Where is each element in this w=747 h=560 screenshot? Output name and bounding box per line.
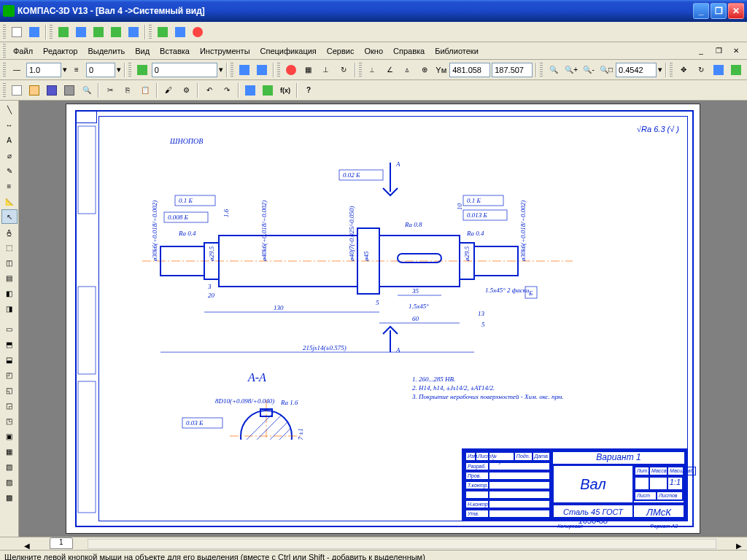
magnet-button[interactable]	[283, 62, 299, 78]
menu-select[interactable]: Выделить	[83, 44, 129, 58]
vars-button[interactable]	[260, 82, 276, 98]
coord3-button[interactable]: ⍋	[399, 62, 415, 78]
lt-sub7-icon[interactable]: ◳	[1, 413, 18, 428]
ortho-button[interactable]: ⊥	[318, 62, 334, 78]
menu-edit[interactable]: Редактор	[39, 44, 82, 58]
hscrollbar[interactable]	[88, 539, 716, 549]
lt-axo-icon[interactable]: ◨	[1, 301, 18, 316]
tab-prev-button[interactable]: ◀	[19, 537, 35, 553]
lt-spec-icon[interactable]: A̲	[1, 225, 18, 239]
lt-sub4-icon[interactable]: ◰	[1, 368, 18, 382]
zoom-in-button[interactable]: 🔍+	[563, 62, 579, 78]
brush-button[interactable]: 🖌	[160, 82, 177, 98]
rotate-button[interactable]: ↻	[693, 62, 709, 78]
redo-button[interactable]: ↷	[219, 82, 235, 98]
snap1-button[interactable]	[236, 62, 252, 78]
redraw-button[interactable]	[711, 62, 727, 78]
field1-input[interactable]	[26, 63, 61, 77]
lt-sub1-icon[interactable]: ▭	[1, 322, 18, 336]
lt-param-icon[interactable]: ≡	[1, 179, 18, 193]
tool-b-button[interactable]	[73, 24, 89, 40]
coord4-button[interactable]: ⊕	[417, 62, 433, 78]
zoom-input[interactable]	[616, 63, 657, 77]
lt-dim-icon[interactable]: ↔	[1, 117, 18, 132]
minimize-button[interactable]: _	[693, 3, 709, 19]
line-style-button[interactable]: —	[9, 62, 25, 78]
menu-help[interactable]: Справка	[389, 44, 429, 58]
menu-view[interactable]: Вид	[131, 44, 154, 58]
help-button[interactable]: ?	[301, 82, 317, 98]
field2-input[interactable]	[86, 63, 115, 77]
lt-views-icon[interactable]: ⬚	[1, 240, 18, 254]
new-doc-button[interactable]	[9, 24, 25, 40]
tool-e-button[interactable]	[125, 24, 142, 40]
layer-input[interactable]	[152, 63, 217, 77]
lt-sub10-icon[interactable]: ▧	[1, 459, 18, 474]
mdi-close-button[interactable]: ✕	[728, 43, 744, 59]
menu-service[interactable]: Сервис	[322, 44, 359, 58]
open-button[interactable]	[26, 82, 42, 98]
tab-next-button[interactable]: ▶	[731, 537, 747, 553]
drawing-canvas[interactable]: √Ra 6.3 (√ ) А	[19, 101, 747, 537]
lt-sub5-icon[interactable]: ◱	[1, 383, 18, 397]
layer-icon[interactable]	[134, 62, 150, 78]
tree-button[interactable]	[26, 24, 42, 40]
tool-h-button[interactable]	[190, 24, 206, 40]
paste-button[interactable]: 📋	[137, 82, 153, 98]
lt-text-icon[interactable]: A	[1, 133, 18, 147]
copy-button[interactable]: ⎘	[120, 82, 136, 98]
new-button[interactable]	[9, 82, 25, 98]
menu-tools[interactable]: Инструменты	[196, 44, 255, 58]
zoom-fit-button[interactable]: 🔍	[546, 62, 562, 78]
menu-insert[interactable]: Вставка	[155, 44, 194, 58]
sheet-tab-1[interactable]: 1	[50, 537, 73, 549]
menu-libs[interactable]: Библиотеки	[430, 44, 483, 58]
props-button[interactable]: ⚙	[178, 82, 194, 98]
line-weight-button[interactable]: ≡	[69, 62, 85, 78]
lt-sub12-icon[interactable]: ▩	[1, 490, 18, 505]
lt-assoc-icon[interactable]: ◫	[1, 255, 18, 270]
preview-button[interactable]: 🔍	[79, 82, 95, 98]
refresh-button[interactable]	[728, 62, 744, 78]
fx-button[interactable]: f(x)	[277, 82, 293, 98]
lt-sub11-icon[interactable]: ▨	[1, 475, 18, 489]
save-button[interactable]	[44, 82, 60, 98]
zoom-out-button[interactable]: 🔍-	[581, 62, 597, 78]
menu-file[interactable]: Файл	[9, 44, 37, 58]
coord-y-input[interactable]	[492, 63, 533, 77]
tool-a-button[interactable]	[55, 24, 71, 40]
lt-sub2-icon[interactable]: ⬒	[1, 337, 18, 351]
cut-button[interactable]: ✂	[102, 82, 118, 98]
lt-insert-icon[interactable]: ◧	[1, 286, 18, 300]
lt-select-icon[interactable]: ↖	[1, 209, 18, 224]
undo-button[interactable]: ↶	[201, 82, 217, 98]
coord1-button[interactable]: ⟂	[365, 62, 381, 78]
lt-sub3-icon[interactable]: ⬓	[1, 352, 18, 367]
coord-x-input[interactable]	[449, 63, 490, 77]
tool-f-button[interactable]	[155, 24, 171, 40]
maximize-button[interactable]: ❐	[711, 3, 727, 19]
zoom-win-button[interactable]: 🔍□	[598, 62, 614, 78]
lt-report-icon[interactable]: ▤	[1, 271, 18, 285]
close-button[interactable]: ✕	[728, 3, 744, 19]
grid-button[interactable]: ▦	[301, 62, 317, 78]
coord2-button[interactable]: ∠	[382, 62, 398, 78]
menu-spec[interactable]: Спецификация	[256, 44, 321, 58]
mdi-max-button[interactable]: ❐	[711, 43, 727, 59]
tool-d-button[interactable]	[108, 24, 124, 40]
round-button[interactable]: ↻	[336, 62, 352, 78]
lt-geom-icon[interactable]: ╲	[1, 102, 18, 117]
lt-sub9-icon[interactable]: ▦	[1, 444, 18, 459]
menu-window[interactable]: Окно	[360, 44, 387, 58]
libs-button[interactable]	[242, 82, 258, 98]
tool-g-button[interactable]	[172, 24, 188, 40]
pan-button[interactable]: ✥	[676, 62, 692, 78]
lt-meas-icon[interactable]: 📐	[1, 194, 18, 209]
lt-sub8-icon[interactable]: ▣	[1, 429, 18, 443]
tool-c-button[interactable]	[90, 24, 107, 40]
lt-edit-icon[interactable]: ✎	[1, 163, 18, 178]
lt-symbols-icon[interactable]: ⌀	[1, 148, 18, 163]
snap2-button[interactable]	[254, 62, 270, 78]
mdi-min-button[interactable]: _	[693, 43, 709, 59]
lt-sub6-icon[interactable]: ◲	[1, 398, 18, 413]
